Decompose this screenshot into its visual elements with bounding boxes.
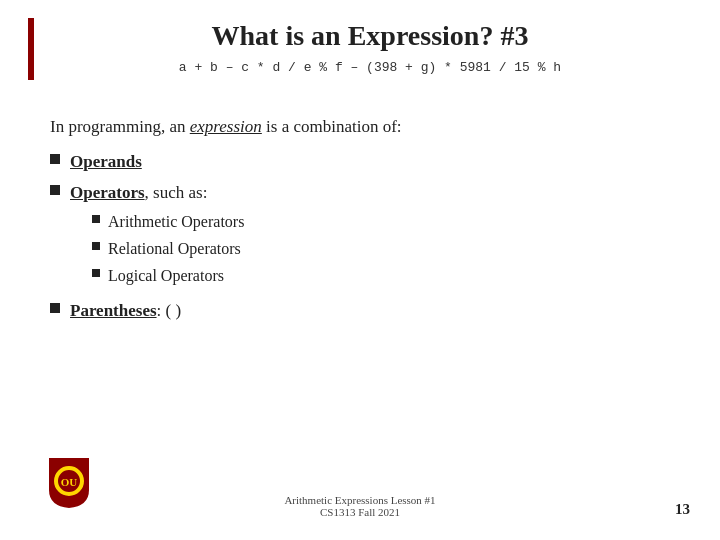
arithmetic-label: Arithmetic Operators bbox=[108, 210, 244, 234]
slide-title: What is an Expression? #3 bbox=[50, 20, 690, 52]
sub-bullet-relational bbox=[92, 242, 100, 250]
parentheses-label: Parentheses bbox=[70, 301, 157, 320]
page-number: 13 bbox=[675, 501, 690, 518]
slide: What is an Expression? #3 a + b – c * d … bbox=[0, 0, 720, 540]
operators-label: Operators bbox=[70, 183, 145, 202]
sub-list-operators: Arithmetic Operators Relational Operator… bbox=[92, 210, 244, 288]
code-example: a + b – c * d / e % f – (398 + g) * 5981… bbox=[50, 60, 690, 75]
title-area: What is an Expression? #3 a + b – c * d … bbox=[50, 20, 690, 75]
intro-emphasis: expression bbox=[190, 117, 262, 136]
accent-bar bbox=[28, 18, 34, 80]
logical-label: Logical Operators bbox=[108, 264, 224, 288]
svg-text:OU: OU bbox=[61, 476, 78, 488]
footer-line1: Arithmetic Expressions Lesson #1 bbox=[0, 494, 720, 506]
list-item-parentheses: Parentheses: ( ) bbox=[50, 298, 680, 324]
intro-paragraph: In programming, an expression is a combi… bbox=[50, 115, 680, 139]
content-area: In programming, an expression is a combi… bbox=[50, 115, 680, 329]
sub-bullet-logical bbox=[92, 269, 100, 277]
list-item-logical: Logical Operators bbox=[92, 264, 244, 288]
list-item-operators: Operators, such as: Arithmetic Operators… bbox=[50, 180, 680, 292]
parentheses-suffix: : ( ) bbox=[157, 301, 182, 320]
bullet-operands bbox=[50, 154, 60, 164]
list-item-arithmetic: Arithmetic Operators bbox=[92, 210, 244, 234]
footer: Arithmetic Expressions Lesson #1 CS1313 … bbox=[0, 494, 720, 518]
sub-bullet-arithmetic bbox=[92, 215, 100, 223]
operators-suffix: , such as: bbox=[145, 183, 208, 202]
intro-text-before: In programming, an bbox=[50, 117, 190, 136]
footer-line2: CS1313 Fall 2021 bbox=[0, 506, 720, 518]
bullet-parentheses bbox=[50, 303, 60, 313]
main-list: Operands Operators, such as: Arithmetic … bbox=[50, 149, 680, 324]
list-item-operands: Operands bbox=[50, 149, 680, 175]
bullet-operators bbox=[50, 185, 60, 195]
intro-text-after: is a combination of: bbox=[262, 117, 402, 136]
relational-label: Relational Operators bbox=[108, 237, 241, 261]
list-item-relational: Relational Operators bbox=[92, 237, 244, 261]
operands-label: Operands bbox=[70, 152, 142, 171]
